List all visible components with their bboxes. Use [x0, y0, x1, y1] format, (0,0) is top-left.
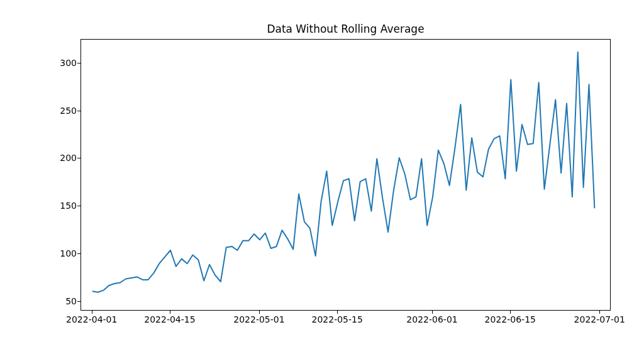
y-tick-label: 100: [39, 248, 77, 258]
line-chart-svg: [81, 40, 611, 311]
x-tick-label: 2022-06-15: [485, 314, 536, 324]
y-tick-mark: [77, 253, 80, 254]
y-tick-mark: [77, 301, 80, 302]
y-tick-mark: [77, 206, 80, 206]
y-tick-label: 250: [39, 106, 77, 116]
x-tick-label: 2022-05-15: [312, 314, 363, 324]
x-tick-label: 2022-05-01: [233, 314, 284, 324]
x-tick-label: 2022-04-01: [66, 314, 117, 324]
plot-area: [80, 39, 611, 311]
chart-title: Data Without Rolling Average: [80, 23, 611, 35]
x-tick-mark: [92, 311, 92, 314]
data-line: [92, 52, 595, 292]
y-tick-mark: [77, 158, 80, 158]
x-tick-label: 2022-07-01: [574, 314, 625, 324]
y-tick-label: 150: [39, 201, 77, 211]
x-tick-mark: [337, 311, 338, 314]
x-tick-mark: [259, 311, 260, 314]
y-tick-mark: [77, 111, 80, 111]
x-tick-mark: [170, 311, 170, 314]
y-tick-label: 300: [39, 58, 77, 68]
y-tick-label: 50: [39, 296, 77, 306]
x-tick-label: 2022-06-01: [406, 314, 457, 324]
x-tick-mark: [599, 311, 600, 314]
x-tick-mark: [510, 311, 511, 314]
chart-container: [80, 39, 611, 311]
y-tick-label: 200: [39, 153, 77, 163]
x-tick-label: 2022-04-15: [144, 314, 195, 324]
y-tick-mark: [77, 63, 80, 64]
x-tick-mark: [432, 311, 433, 314]
